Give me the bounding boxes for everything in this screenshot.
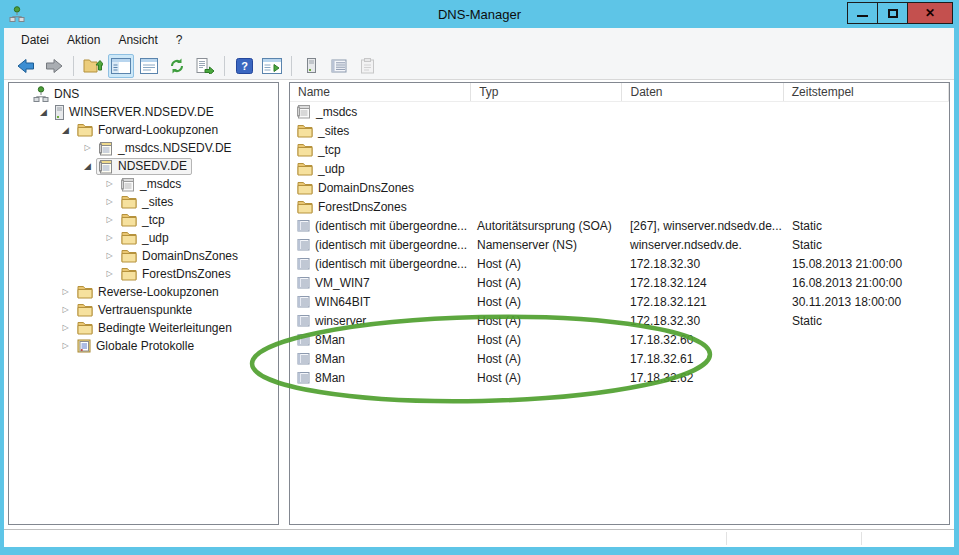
toolbar-button-refresh[interactable] [164, 54, 190, 78]
expander-expanded-icon[interactable]: ◢ [35, 103, 52, 121]
record-row-8man[interactable]: 8Man Host (A) 17.18.32.62 [290, 368, 949, 387]
record-type: Autoritätsursprung (SOA) [472, 219, 624, 233]
back-icon [16, 57, 36, 75]
toolbar-button-show-action-pane[interactable] [259, 54, 285, 78]
tree-item-vertrauenspunkte[interactable]: ▷ Vertrauenspunkte [9, 301, 278, 319]
record-row-win64bit[interactable]: WIN64BIT Host (A) 172.18.32.121 30.11.20… [290, 292, 949, 311]
toolbar-button-properties[interactable] [136, 54, 162, 78]
toolbar-button-show-console-tree[interactable] [108, 54, 134, 78]
record-row-winserver[interactable]: winserver Host (A) 172.18.32.30 Static [290, 311, 949, 330]
expander-expanded-icon[interactable]: ◢ [79, 157, 96, 175]
tree-item-label: Vertrauenspunkte [98, 303, 192, 317]
tree-item-winserver-ndsedv-de[interactable]: ◢ WINSERVER.NDSEDV.DE [9, 103, 278, 121]
record-name: _udp [318, 162, 345, 176]
record-row-vm-win7[interactable]: VM_WIN7 Host (A) 172.18.32.124 16.08.201… [290, 273, 949, 292]
tree-item-label: _tcp [142, 213, 165, 227]
record-row-8man[interactable]: 8Man Host (A) 17.18.32.61 [290, 349, 949, 368]
record-type: Host (A) [472, 314, 624, 328]
record-row-forestdnszones[interactable]: ForestDnsZones [290, 197, 949, 216]
refresh-icon [168, 57, 186, 75]
menu-item-aktion[interactable]: Aktion [58, 30, 109, 50]
record-type: Host (A) [472, 257, 624, 271]
tree-item-label: Bedingte Weiterleitungen [98, 321, 232, 335]
tree-item-sites[interactable]: ▷ _sites [9, 193, 278, 211]
toolbar-button-server[interactable] [298, 54, 324, 78]
record-row-udp[interactable]: _udp [290, 159, 949, 178]
column-header-typ[interactable]: Typ [471, 83, 622, 101]
expander-collapsed-icon[interactable]: ▷ [101, 193, 118, 211]
record-row-identisch-mit-bergeordne[interactable]: (identisch mit übergeordne... Host (A) 1… [290, 254, 949, 273]
tree-item-globale-protokolle[interactable]: ▷ Globale Protokolle [9, 337, 278, 355]
menu-item-item[interactable]: ? [167, 30, 192, 50]
folder-icon [297, 200, 313, 214]
folder-icon [77, 123, 93, 137]
record-name: ForestDnsZones [318, 200, 407, 214]
tree-item-dns[interactable]: DNS [9, 85, 278, 103]
record-icon [297, 276, 310, 289]
toolbar-button-export-list[interactable] [192, 54, 218, 78]
expander-collapsed-icon[interactable]: ▷ [57, 337, 74, 355]
column-header-name[interactable]: Name [290, 83, 471, 101]
zone-gray-icon [121, 177, 135, 192]
record-row-msdcs[interactable]: _msdcs [290, 102, 949, 121]
expander-expanded-icon[interactable]: ◢ [57, 121, 74, 139]
tree-item-label: Globale Protokolle [96, 339, 194, 353]
folder-icon [297, 162, 313, 176]
expander-collapsed-icon[interactable]: ▷ [79, 139, 96, 157]
tree-item-reverse-lookupzonen[interactable]: ▷ Reverse-Lookupzonen [9, 283, 278, 301]
tree-item-label: _udp [142, 231, 169, 245]
tree-item-bedingte-weiterleitungen[interactable]: ▷ Bedingte Weiterleitungen [9, 319, 278, 337]
expander-collapsed-icon[interactable]: ▷ [101, 247, 118, 265]
menubar: DateiAktionAnsicht? [4, 28, 954, 52]
column-header-daten[interactable]: Daten [622, 83, 783, 101]
tree-item-forward-lookupzonen[interactable]: ◢ Forward-Lookupzonen [9, 121, 278, 139]
expander-collapsed-icon[interactable]: ▷ [57, 319, 74, 337]
folder-icon [297, 124, 313, 138]
toolbar-button-clipboard[interactable] [354, 54, 380, 78]
expander-collapsed-icon[interactable]: ▷ [101, 265, 118, 283]
column-header-zeitstempel[interactable]: Zeitstempel [784, 83, 949, 101]
tree-item-msdcs[interactable]: ▷ _msdcs [9, 175, 278, 193]
tree-item-ndsedv-de[interactable]: ◢ NDSEDV.DE [9, 157, 278, 175]
record-data: 172.18.32.124 [624, 276, 786, 290]
window-controls: ✕ [848, 2, 953, 24]
record-timestamp: 16.08.2013 21:00:00 [786, 276, 949, 290]
record-row-identisch-mit-bergeordne[interactable]: (identisch mit übergeordne... Namenserve… [290, 235, 949, 254]
record-data: 17.18.32.62 [624, 371, 786, 385]
menu-item-datei[interactable]: Datei [12, 30, 58, 50]
tree-item-tcp[interactable]: ▷ _tcp [9, 211, 278, 229]
toolbar-button-back[interactable] [13, 54, 39, 78]
toolbar-button-up-level[interactable] [80, 54, 106, 78]
expander-collapsed-icon[interactable]: ▷ [57, 283, 74, 301]
expander-collapsed-icon[interactable]: ▷ [101, 175, 118, 193]
expander-collapsed-icon[interactable]: ▷ [57, 301, 74, 319]
toolbar-button-help[interactable]: ? [231, 54, 257, 78]
maximize-button[interactable] [877, 2, 908, 24]
folder-icon [77, 303, 93, 317]
record-row-tcp[interactable]: _tcp [290, 140, 949, 159]
record-list-icon [331, 58, 347, 74]
toolbar-button-record-list[interactable] [326, 54, 352, 78]
folder-icon [297, 143, 313, 157]
toolbar-separator [291, 56, 292, 76]
record-row-domaindnszones[interactable]: DomainDnsZones [290, 178, 949, 197]
expander-collapsed-icon[interactable]: ▷ [101, 229, 118, 247]
record-row-sites[interactable]: _sites [290, 121, 949, 140]
titlebar[interactable]: DNS-Manager ✕ [0, 0, 959, 28]
svg-text:?: ? [241, 60, 248, 72]
close-button[interactable]: ✕ [907, 2, 953, 24]
record-row-8man[interactable]: 8Man Host (A) 17.18.32.60 [290, 330, 949, 349]
export-list-icon [196, 58, 215, 74]
toolbar-button-forward[interactable] [41, 54, 67, 78]
zone-gray-icon [297, 104, 311, 119]
record-data: winserver.ndsedv.de. [624, 238, 786, 252]
tree-item-forestdnszones[interactable]: ▷ ForestDnsZones [9, 265, 278, 283]
minimize-button[interactable] [847, 2, 878, 24]
menu-item-ansicht[interactable]: Ansicht [109, 30, 166, 50]
tree-item-msdcs-ndsedv-de[interactable]: ▷ _msdcs.NDSEDV.DE [9, 139, 278, 157]
tree-item-domaindnszones[interactable]: ▷ DomainDnsZones [9, 247, 278, 265]
tree-item-udp[interactable]: ▷ _udp [9, 229, 278, 247]
expander-collapsed-icon[interactable]: ▷ [101, 211, 118, 229]
record-name: DomainDnsZones [318, 181, 414, 195]
record-row-identisch-mit-bergeordne[interactable]: (identisch mit übergeordne... Autoritäts… [290, 216, 949, 235]
